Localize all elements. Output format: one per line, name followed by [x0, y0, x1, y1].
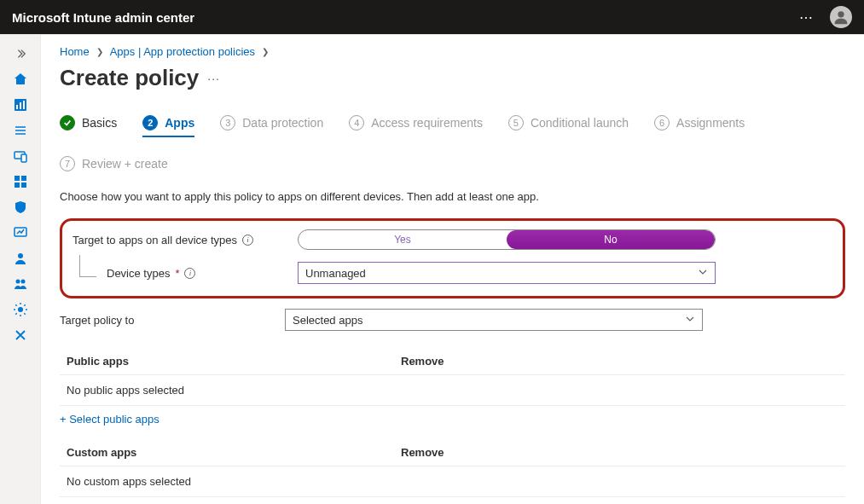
required-asterisk: * [175, 267, 179, 280]
topbar-more-icon[interactable]: ⋯ [799, 9, 815, 26]
indent-line [79, 255, 96, 277]
breadcrumb-home[interactable]: Home [60, 45, 90, 58]
device-types-select[interactable]: Unmanaged [298, 262, 716, 284]
device-types-value: Unmanaged [305, 267, 366, 280]
info-icon[interactable]: i [184, 268, 195, 279]
step-label: Access requirements [371, 116, 483, 130]
nav-reports-icon[interactable] [0, 221, 41, 245]
nav-troubleshoot-icon[interactable] [0, 323, 41, 347]
custom-apps-section: Custom apps Remove No custom apps select… [60, 441, 845, 504]
expand-nav-icon[interactable] [0, 42, 40, 66]
breadcrumb: Home ❯ Apps | App protection policies ❯ [60, 45, 845, 58]
svg-point-16 [15, 280, 20, 284]
target-policy-select[interactable]: Selected apps [285, 309, 703, 331]
step-apps[interactable]: 2 Apps [142, 115, 194, 137]
remove-column-heading: Remove [401, 355, 444, 368]
step-label: Conditional launch [531, 116, 629, 130]
step-label: Apps [165, 116, 194, 130]
step-number: 4 [349, 115, 364, 130]
svg-point-0 [838, 11, 844, 17]
svg-rect-11 [21, 176, 26, 181]
svg-rect-3 [20, 102, 21, 109]
chevron-right-icon: ❯ [96, 47, 103, 56]
sidenav [0, 35, 41, 504]
page-title: Create policy [60, 65, 199, 91]
checkmark-icon [60, 115, 75, 130]
brand-title: Microsoft Intune admin center [12, 10, 194, 25]
svg-rect-9 [21, 154, 26, 162]
step-number: 7 [60, 156, 75, 171]
device-types-label: Device types [107, 267, 170, 280]
svg-rect-2 [16, 105, 18, 109]
remove-column-heading: Remove [401, 446, 444, 459]
toggle-no[interactable]: No [507, 230, 715, 249]
step-review-create[interactable]: 7 Review + create [60, 156, 168, 171]
svg-rect-10 [14, 176, 20, 181]
chevron-right-icon: ❯ [262, 47, 269, 56]
nav-all-services-icon[interactable] [0, 119, 41, 142]
custom-apps-heading: Custom apps [67, 446, 401, 459]
nav-devices-icon[interactable] [0, 144, 41, 168]
chevron-down-icon [685, 314, 695, 327]
target-policy-value: Selected apps [293, 314, 362, 327]
step-number: 2 [142, 115, 158, 130]
step-data-protection[interactable]: 3 Data protection [220, 115, 323, 130]
nav-tenant-admin-icon[interactable] [0, 298, 41, 322]
info-icon[interactable]: i [242, 235, 253, 246]
avatar[interactable] [830, 6, 852, 28]
page-title-more-icon[interactable]: ··· [207, 72, 220, 85]
public-apps-section: Public apps Remove No public apps select… [60, 350, 845, 426]
step-assignments[interactable]: 6 Assignments [654, 115, 745, 130]
step-label: Review + create [82, 157, 168, 171]
nav-home-icon[interactable] [0, 67, 41, 91]
chevron-down-icon [698, 267, 708, 280]
step-conditional-launch[interactable]: 5 Conditional launch [508, 115, 629, 130]
nav-users-icon[interactable] [0, 246, 41, 270]
nav-security-icon[interactable] [0, 195, 41, 219]
highlight-box: Target to apps on all device types i Yes… [60, 218, 845, 298]
target-all-toggle[interactable]: Yes No [298, 229, 716, 250]
step-number: 3 [220, 115, 235, 130]
public-apps-heading: Public apps [67, 355, 401, 368]
custom-apps-empty: No custom apps selected [60, 466, 845, 497]
svg-rect-4 [23, 101, 25, 109]
step-label: Data protection [242, 116, 323, 130]
step-basics[interactable]: Basics [60, 115, 117, 130]
nav-apps-icon[interactable] [0, 170, 41, 194]
nav-groups-icon[interactable] [0, 272, 41, 296]
breadcrumb-apps[interactable]: Apps | App protection policies [110, 45, 255, 58]
toggle-yes[interactable]: Yes [299, 230, 507, 249]
nav-dashboard-icon[interactable] [0, 93, 41, 117]
step-number: 6 [654, 115, 670, 130]
step-access-requirements[interactable]: 4 Access requirements [349, 115, 483, 130]
person-icon [832, 8, 850, 26]
target-all-label: Target to apps on all device types [72, 234, 237, 246]
step-label: Basics [82, 116, 117, 130]
select-public-apps-link[interactable]: + Select public apps [60, 413, 159, 426]
public-apps-empty: No public apps selected [60, 375, 845, 406]
svg-point-15 [18, 253, 23, 258]
svg-point-18 [18, 307, 23, 312]
svg-point-17 [20, 280, 25, 284]
intro-text: Choose how you want to apply this policy… [60, 190, 845, 203]
step-number: 5 [508, 115, 524, 130]
target-policy-label: Target policy to [60, 314, 134, 327]
svg-rect-12 [14, 182, 20, 188]
main-content: Home ❯ Apps | App protection policies ❯ … [41, 35, 864, 504]
svg-rect-13 [21, 182, 26, 188]
wizard-steps: Basics 2 Apps 3 Data protection 4 Access… [60, 115, 845, 171]
topbar: Microsoft Intune admin center ⋯ [0, 0, 864, 34]
step-label: Assignments [676, 116, 745, 130]
